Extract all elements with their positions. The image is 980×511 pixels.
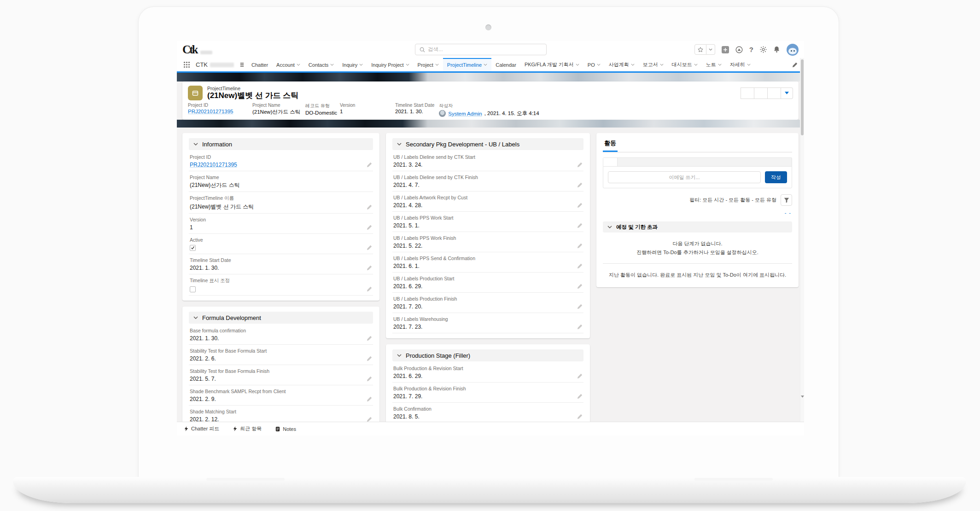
edit-pencil-icon[interactable] bbox=[577, 304, 583, 309]
edit-pencil-icon[interactable] bbox=[367, 376, 372, 382]
nav-tab[interactable]: ProjectTimeline bbox=[443, 58, 491, 71]
record-action-button[interactable] bbox=[767, 87, 781, 99]
checkbox[interactable] bbox=[190, 245, 196, 251]
edit-pencil-icon[interactable] bbox=[367, 245, 372, 250]
edit-pencil-icon[interactable] bbox=[367, 286, 372, 292]
edit-pencil-icon[interactable] bbox=[367, 225, 372, 230]
upcoming-overdue-section-header[interactable]: 예정 및 기한 초과 bbox=[603, 221, 792, 232]
filter-funnel-icon[interactable] bbox=[781, 194, 792, 206]
detail-field-row: Shade Benchmark SAMPL Recpt from Client … bbox=[189, 385, 373, 406]
checkbox[interactable] bbox=[190, 286, 196, 292]
edit-pencil-icon[interactable] bbox=[367, 417, 372, 422]
app-launcher-waffle-icon[interactable] bbox=[182, 61, 191, 68]
nav-tab[interactable]: Chatter bbox=[247, 58, 272, 71]
secondary-pkg-section-header[interactable]: Secondary Pkg Development - UB / Labels bbox=[392, 138, 583, 150]
nav-tab[interactable]: 보고서 bbox=[639, 58, 668, 71]
nav-edit-pencil-icon[interactable] bbox=[791, 62, 799, 68]
nav-tab[interactable]: Contacts bbox=[304, 58, 338, 71]
edit-pencil-icon[interactable] bbox=[577, 414, 583, 419]
activity-link[interactable] bbox=[788, 210, 792, 215]
edit-pencil-icon[interactable] bbox=[367, 356, 372, 361]
nav-tab[interactable]: 노트 bbox=[702, 58, 726, 71]
detail-field-row: Timeline Start Date 2021. 1. 30. bbox=[189, 254, 373, 274]
laptop-base bbox=[13, 477, 966, 503]
scrollbar-thumb[interactable] bbox=[801, 59, 804, 135]
detail-field-row: Stability Test for Base Formula Finish 2… bbox=[189, 365, 373, 385]
activity-links bbox=[603, 210, 792, 215]
edit-pencil-icon[interactable] bbox=[367, 204, 372, 210]
activity-subtabs bbox=[603, 157, 792, 166]
nav-tab[interactable]: PO bbox=[583, 58, 605, 71]
vertical-scrollbar[interactable] bbox=[800, 58, 804, 422]
activity-subtab[interactable] bbox=[618, 158, 631, 166]
edit-pencil-icon[interactable] bbox=[577, 162, 583, 168]
activity-link[interactable] bbox=[783, 210, 788, 215]
nav-tab[interactable]: Project bbox=[414, 58, 443, 71]
edit-pencil-icon[interactable] bbox=[577, 373, 583, 379]
global-search-input[interactable]: 검색... bbox=[415, 44, 547, 55]
record-action-button[interactable] bbox=[754, 87, 768, 99]
edit-pencil-icon[interactable] bbox=[577, 284, 583, 289]
utility-dock: Chatter 피드 최근 항목 Notes bbox=[177, 422, 804, 436]
dock-item[interactable]: Notes bbox=[275, 426, 296, 432]
user-avatar[interactable] bbox=[787, 44, 799, 56]
help-question-icon[interactable]: ? bbox=[749, 46, 753, 53]
chevron-down-icon bbox=[359, 64, 363, 66]
edit-pencil-icon[interactable] bbox=[577, 324, 583, 330]
tab-activity[interactable]: 활동 bbox=[603, 138, 618, 152]
edit-pencil-icon[interactable] bbox=[367, 162, 372, 168]
chevron-down-icon bbox=[484, 64, 487, 66]
edit-pencil-icon[interactable] bbox=[367, 336, 372, 341]
nav-tab[interactable]: Account bbox=[272, 58, 304, 71]
record-action-button[interactable] bbox=[741, 87, 754, 99]
detail-field-row: UB / Labels Production Start 2021. 6. 29… bbox=[392, 273, 583, 293]
detail-field-row: Bulk Confirmation 2021. 8. 5. bbox=[392, 403, 583, 422]
chevron-down-icon bbox=[193, 143, 198, 145]
edit-pencil-icon[interactable] bbox=[577, 223, 583, 228]
favorites-star-icon[interactable] bbox=[694, 44, 706, 55]
detail-field-row: Version 1 bbox=[189, 214, 373, 234]
nav-tab[interactable]: 자세히 bbox=[726, 58, 755, 71]
edit-pencil-icon[interactable] bbox=[577, 203, 583, 208]
nav-tab[interactable]: 사업계획 bbox=[605, 58, 639, 71]
edit-pencil-icon[interactable] bbox=[577, 263, 583, 269]
trailhead-help-icon[interactable] bbox=[735, 46, 743, 53]
edit-pencil-icon[interactable] bbox=[367, 265, 372, 271]
record-action-buttons bbox=[741, 87, 781, 99]
production-stage-section-header[interactable]: Production Stage (Filler) bbox=[392, 349, 583, 361]
favorites-caret-icon[interactable] bbox=[706, 44, 715, 55]
edit-pencil-icon[interactable] bbox=[577, 243, 583, 249]
nav-tab[interactable]: Inquiry bbox=[338, 58, 367, 71]
setup-gear-icon[interactable] bbox=[760, 46, 767, 53]
dock-item[interactable]: 최근 항목 bbox=[233, 425, 262, 432]
right-column: 활동 작성 필터: 모든 시간 - 모든 활동 - 모든 유형 bbox=[596, 133, 799, 287]
scrollbar-down-arrow[interactable] bbox=[800, 395, 804, 398]
banner-background-image bbox=[177, 73, 804, 81]
detail-field-row: Shade Matching Start 2021. 2. 12. bbox=[189, 406, 373, 422]
activity-subtab[interactable] bbox=[631, 158, 645, 166]
nav-tab[interactable]: Calendar bbox=[491, 58, 520, 71]
formula-fields: Base formula confirmation 2021. 1. 30. S… bbox=[189, 324, 373, 422]
edit-pencil-icon[interactable] bbox=[367, 396, 372, 402]
edit-pencil-icon[interactable] bbox=[577, 394, 583, 399]
information-section-header[interactable]: Information bbox=[189, 138, 373, 150]
formula-section-header[interactable]: Formula Development bbox=[189, 312, 373, 324]
pinned-list-icon[interactable] bbox=[238, 62, 246, 67]
nav-tab[interactable]: PKG/FLA 개발 기획서 bbox=[520, 58, 583, 71]
dock-item[interactable]: Chatter 피드 bbox=[184, 425, 219, 432]
detail-field-row: Stability Test for Base Formula Start 20… bbox=[189, 345, 373, 365]
more-actions-caret-button[interactable] bbox=[781, 87, 793, 99]
activity-subtab[interactable] bbox=[645, 158, 659, 166]
chevron-down-icon bbox=[406, 64, 409, 66]
nav-tab[interactable]: 대시보드 bbox=[668, 58, 702, 71]
record-titles: ProjectTimeline (21New)벨벳 선 가드 스틱 bbox=[207, 86, 298, 100]
edit-pencil-icon[interactable] bbox=[577, 182, 583, 188]
notifications-bell-icon[interactable] bbox=[773, 46, 780, 53]
nav-tab[interactable]: Inquiry Project bbox=[367, 58, 413, 71]
secondary-pkg-card: Secondary Pkg Development - UB / Labels … bbox=[386, 133, 590, 338]
activity-subtab[interactable] bbox=[603, 158, 618, 166]
compose-button[interactable]: 작성 bbox=[765, 171, 787, 183]
email-composer-input[interactable] bbox=[608, 171, 761, 183]
header-field: Project Name (21New)선가드 스틱 bbox=[252, 103, 305, 117]
global-actions-plus-icon[interactable] bbox=[722, 46, 729, 53]
